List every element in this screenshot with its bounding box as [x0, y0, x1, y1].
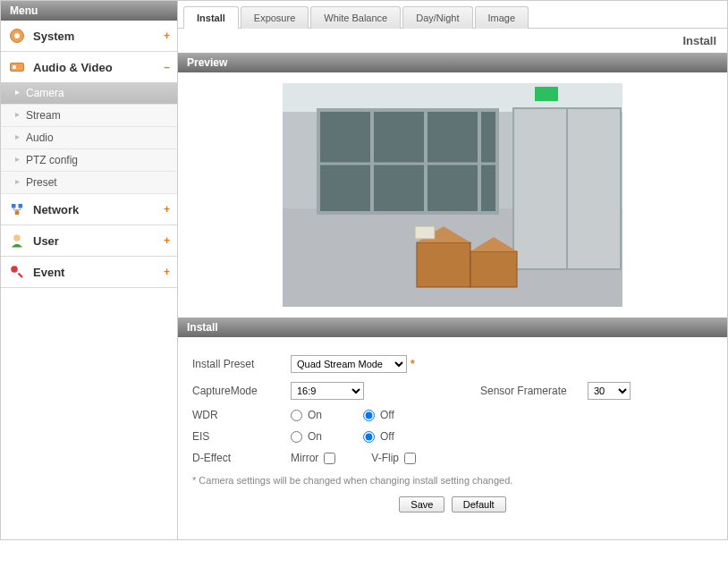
wdr-off-radio[interactable]: [363, 410, 375, 421]
capture-mode-label: CaptureMode: [192, 385, 291, 397]
svg-point-8: [11, 266, 18, 273]
wdr-off-option[interactable]: Off: [363, 409, 394, 421]
menu-header: Menu: [1, 1, 177, 21]
svg-point-1: [14, 33, 20, 38]
menu-group-label: Audio & Video: [33, 61, 164, 74]
submenu-audio-video: Camera Stream Audio PTZ config Preset: [1, 82, 177, 194]
submenu-item-preset[interactable]: Preset: [1, 172, 177, 194]
submenu-item-audio[interactable]: Audio: [1, 127, 177, 149]
capture-mode-select[interactable]: 16:9: [291, 382, 364, 400]
expand-icon: +: [164, 266, 170, 278]
vflip-checkbox[interactable]: [404, 453, 416, 464]
sensor-framerate-select[interactable]: 30: [588, 382, 631, 400]
d-effect-label: D-Effect: [192, 452, 291, 464]
sidebar: Menu System + Audio & Video – Camera Str…: [1, 1, 178, 539]
settings-note: * Camera settings will be changed when c…: [192, 475, 713, 486]
breadcrumb: Install: [178, 29, 727, 53]
install-form: Install Preset Quad Stream Mode * Captur…: [178, 337, 727, 539]
expand-icon: +: [164, 30, 170, 42]
svg-rect-22: [470, 251, 517, 287]
eis-on-radio[interactable]: [291, 431, 302, 443]
eis-label: EIS: [192, 430, 291, 443]
svg-rect-12: [318, 110, 497, 213]
svg-point-3: [13, 65, 17, 70]
preview-area: [178, 72, 727, 318]
expand-icon: +: [164, 234, 170, 247]
section-header-install: Install: [178, 318, 727, 337]
svg-rect-19: [535, 87, 558, 101]
tabs: Install Exposure White Balance Day/Night…: [178, 1, 727, 29]
tab-install[interactable]: Install: [183, 6, 239, 29]
menu-group-network[interactable]: Network +: [1, 194, 177, 225]
svg-rect-5: [19, 204, 23, 208]
menu-group-user[interactable]: User +: [1, 225, 177, 257]
collapse-icon: –: [164, 61, 170, 73]
submenu-item-stream[interactable]: Stream: [1, 105, 177, 127]
event-icon: [8, 263, 26, 281]
camera-preview-image: [283, 83, 622, 307]
tab-image[interactable]: Image: [475, 6, 529, 29]
required-asterisk-icon: *: [411, 358, 415, 370]
svg-rect-20: [417, 242, 470, 287]
svg-rect-4: [12, 204, 16, 208]
user-icon: [8, 232, 26, 250]
wdr-on-option[interactable]: On: [291, 409, 322, 421]
menu-group-label: User: [33, 234, 164, 248]
av-icon: [8, 58, 26, 76]
menu-group-label: Network: [33, 203, 164, 216]
tab-white-balance[interactable]: White Balance: [310, 6, 401, 29]
vflip-option[interactable]: V-Flip: [371, 452, 416, 464]
wdr-on-radio[interactable]: [291, 410, 302, 421]
svg-rect-6: [15, 211, 20, 216]
default-button[interactable]: Default: [452, 496, 506, 512]
menu-group-label: System: [33, 30, 164, 43]
install-preset-label: Install Preset: [192, 358, 291, 370]
submenu-item-camera[interactable]: Camera: [1, 82, 177, 105]
menu-group-label: Event: [33, 266, 164, 279]
wdr-label: WDR: [192, 409, 291, 421]
tab-day-night[interactable]: Day/Night: [402, 6, 472, 29]
menu-group-event[interactable]: Event +: [1, 257, 177, 288]
expand-icon: +: [164, 203, 170, 216]
svg-point-7: [13, 234, 21, 241]
menu-group-audio-video[interactable]: Audio & Video –: [1, 52, 177, 82]
eis-off-option[interactable]: Off: [363, 430, 394, 443]
save-button[interactable]: Save: [399, 496, 444, 512]
eis-on-option[interactable]: On: [291, 430, 322, 443]
mirror-option[interactable]: Mirror: [291, 452, 335, 464]
section-header-preview: Preview: [178, 53, 727, 72]
network-icon: [8, 200, 26, 218]
eis-off-radio[interactable]: [363, 431, 375, 443]
svg-rect-24: [415, 226, 435, 239]
main-panel: Install Exposure White Balance Day/Night…: [178, 1, 727, 539]
submenu-item-ptz-config[interactable]: PTZ config: [1, 149, 177, 172]
mirror-checkbox[interactable]: [324, 453, 335, 464]
sensor-framerate-label: Sensor Framerate: [480, 385, 588, 397]
gear-icon: [8, 27, 26, 45]
install-preset-select[interactable]: Quad Stream Mode: [291, 355, 407, 373]
tab-exposure[interactable]: Exposure: [241, 6, 309, 29]
menu-group-system[interactable]: System +: [1, 21, 177, 52]
